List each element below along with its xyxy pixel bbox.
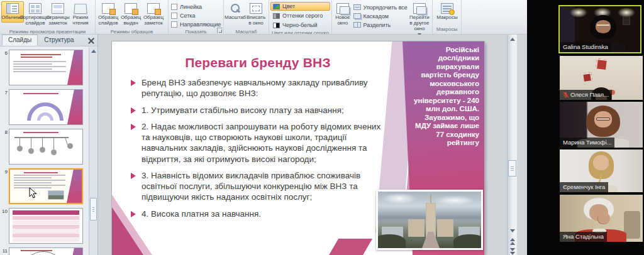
bullet-item: 1. Утримувати стабільно високу плату за … <box>131 105 390 116</box>
color-mode-button[interactable]: Цвет <box>270 2 330 11</box>
close-panel-icon[interactable] <box>88 37 95 44</box>
new-window-icon <box>336 3 349 14</box>
thumb-table-row <box>13 229 79 233</box>
powerpoint-window: Обычный Сортировщик слайдов Страницы зам… <box>0 0 527 255</box>
scroll-up-icon[interactable] <box>91 50 96 53</box>
next-slide-button[interactable] <box>508 248 517 255</box>
arrange-all-label: Упорядочить все <box>364 4 408 11</box>
thumb-table-row <box>13 234 79 237</box>
switch-window-button[interactable]: Перейти в другое окно <box>408 1 431 38</box>
cascade-label: Каскадом <box>364 13 389 19</box>
ribbon-view-tab: Обычный Сортировщик слайдов Страницы зам… <box>0 0 527 35</box>
slide-scrollbar[interactable] <box>507 35 517 255</box>
thumbnail-number: 9 <box>0 168 9 204</box>
arrange-all-button[interactable]: Упорядочить все <box>353 3 408 11</box>
cloud-art <box>435 195 475 205</box>
mic-muted-icon <box>563 92 569 98</box>
participant-name-badge: Galina Studinska <box>560 42 611 52</box>
cloud-art <box>382 193 417 204</box>
thumb-table-row <box>13 216 79 220</box>
guides-checkbox[interactable]: Направляющие <box>171 20 223 28</box>
reading-view-button[interactable]: Режим чтения <box>69 1 92 28</box>
slide-body-text[interactable]: Бренд ВНЗ забезпечує навчальному закладу… <box>131 77 390 225</box>
university-photo[interactable] <box>376 190 483 250</box>
thumb-pendulum-line <box>42 138 43 148</box>
slide-sorter-icon <box>29 3 42 14</box>
notes-page-button[interactable]: Страницы заметок <box>47 1 69 28</box>
group-label-macros: Макросы <box>433 26 461 34</box>
thumb-line <box>21 54 61 55</box>
slide-master-icon <box>102 3 114 14</box>
tab-slides[interactable]: Слайды <box>2 35 38 46</box>
participant-video-olesya[interactable]: Олеся Павл... <box>560 56 643 100</box>
notes-master-button[interactable]: Образец заметок <box>142 1 165 28</box>
participant-name-badge: Яна Стадільна <box>560 232 607 242</box>
switch-window-label: Перейти в другое окно <box>409 15 430 32</box>
cascade-button[interactable]: Каскадом <box>353 12 408 20</box>
slide-thumbnail-8[interactable] <box>9 129 83 165</box>
cascade-icon <box>353 13 361 19</box>
notes-master-icon <box>147 3 160 14</box>
slide-thumbnail-11[interactable] <box>9 247 83 255</box>
color-mode-label: Цвет <box>282 3 295 9</box>
thumb-line <box>13 68 52 70</box>
slide-side-text[interactable]: Російські дослідники вирахували вартість… <box>408 46 479 147</box>
thumbnail-list: 6 7 <box>0 47 89 255</box>
black-white-button[interactable]: Черно-белый <box>270 21 330 30</box>
thumbnail-number: 7 <box>0 89 9 125</box>
thumb-circle-diagram <box>22 251 65 255</box>
slide-thumbnail-7[interactable] <box>9 89 83 125</box>
slide-thumbnail-6[interactable] <box>9 50 83 85</box>
scroll-up-icon[interactable] <box>510 38 515 41</box>
ruler-checkbox[interactable]: Линейка <box>171 3 223 11</box>
thumb-line <box>13 66 66 67</box>
zoom-label: Масштаб <box>225 15 246 21</box>
participant-video-maryna[interactable]: Марина Тимофі... <box>560 102 643 148</box>
macros-label: Макросы <box>436 15 457 21</box>
notes-master-label: Образец заметок <box>143 15 164 26</box>
thumb-pendulum-ball <box>40 147 45 153</box>
zoom-button[interactable]: Масштаб <box>225 1 245 23</box>
handout-master-button[interactable]: Образец выдач <box>119 1 142 28</box>
fit-to-window-icon <box>250 3 262 14</box>
slide-master-button[interactable]: Образец слайдов <box>97 1 119 28</box>
video-call-panel: Galina Studinska Олеся Павл... <box>527 0 644 255</box>
participant-video-yana[interactable]: Яна Стадільна <box>560 195 643 242</box>
bullet-text: 1. Утримувати стабільно високу плату за … <box>142 105 344 116</box>
scroll-down-button[interactable] <box>508 229 517 232</box>
photo-trees-art <box>453 234 481 248</box>
video-background-art <box>583 72 592 82</box>
slide-title[interactable]: Переваги бренду ВНЗ <box>119 55 396 70</box>
scroll-down-icon <box>510 229 515 232</box>
current-slide[interactable]: Російські дослідники вирахували вартість… <box>112 41 484 255</box>
participant-video-yeremenchuk[interactable]: Єременчук Інга <box>560 149 643 192</box>
bullet-item: 2. Надає можливості запрошувати на робот… <box>131 121 390 165</box>
tab-outline[interactable]: Структура <box>38 35 80 46</box>
previous-slide-button[interactable] <box>508 238 517 245</box>
split-button[interactable]: Разделить <box>353 21 408 29</box>
participant-video-galina[interactable]: Galina Studinska <box>558 5 641 53</box>
thumb-table-row <box>13 238 79 242</box>
slide-sorter-button[interactable]: Сортировщик слайдов <box>24 1 47 28</box>
bullet-text: 4. Висока платня за навчання. <box>142 209 261 219</box>
notes-page-icon <box>52 3 64 14</box>
grayscale-label: Оттенки серого <box>282 13 323 19</box>
grid-checkbox[interactable]: Сетка <box>171 11 223 19</box>
switch-window-icon <box>413 3 426 14</box>
new-window-button[interactable]: Новое окно <box>333 1 352 28</box>
photo-building-art <box>437 219 453 237</box>
show-dialog-launcher-icon[interactable] <box>217 28 223 33</box>
participant-name: Galina Studinska <box>563 43 608 51</box>
split-label: Разделить <box>364 22 391 28</box>
slides-panel-scrollbar[interactable] <box>89 47 97 255</box>
thumb-line <box>13 61 66 62</box>
slide-thumbnail-9-selected[interactable] <box>9 168 83 204</box>
participant-figure-art <box>593 155 609 170</box>
thumb-pendulum-line <box>53 138 54 150</box>
grayscale-button[interactable]: Оттенки серого <box>270 11 330 20</box>
macros-button[interactable]: Макросы <box>435 1 460 23</box>
slide-thumbnail-10[interactable] <box>9 208 83 244</box>
slide-scroll-thumb[interactable] <box>508 160 516 176</box>
fit-to-window-button[interactable]: Вписать в окно <box>245 1 267 28</box>
slides-panel-scroll-thumb[interactable] <box>90 198 97 220</box>
